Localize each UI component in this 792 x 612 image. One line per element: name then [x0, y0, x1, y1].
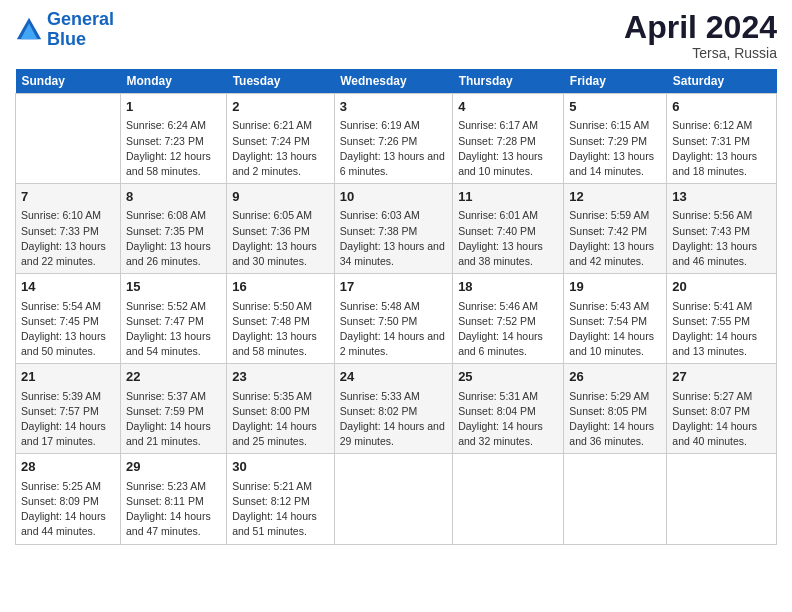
day-number: 9 [232, 188, 329, 206]
day-number: 13 [672, 188, 771, 206]
cell-2-5: 11Sunrise: 6:01 AMSunset: 7:40 PMDayligh… [453, 184, 564, 274]
week-row-1: 1Sunrise: 6:24 AMSunset: 7:23 PMDaylight… [16, 94, 777, 184]
logo-icon [15, 16, 43, 44]
day-number: 30 [232, 458, 329, 476]
cell-info: Sunrise: 5:33 AMSunset: 8:02 PMDaylight:… [340, 389, 447, 450]
cell-info: Sunrise: 5:35 AMSunset: 8:00 PMDaylight:… [232, 389, 329, 450]
cell-info: Sunrise: 6:19 AMSunset: 7:26 PMDaylight:… [340, 118, 447, 179]
cell-4-5: 25Sunrise: 5:31 AMSunset: 8:04 PMDayligh… [453, 364, 564, 454]
cell-5-6 [564, 454, 667, 544]
page-container: General Blue April 2024 Tersa, Russia Su… [0, 0, 792, 555]
cell-info: Sunrise: 5:54 AMSunset: 7:45 PMDaylight:… [21, 299, 115, 360]
cell-3-2: 15Sunrise: 5:52 AMSunset: 7:47 PMDayligh… [121, 274, 227, 364]
cell-info: Sunrise: 5:56 AMSunset: 7:43 PMDaylight:… [672, 208, 771, 269]
logo-text: General Blue [47, 10, 114, 50]
cell-4-1: 21Sunrise: 5:39 AMSunset: 7:57 PMDayligh… [16, 364, 121, 454]
cell-4-3: 23Sunrise: 5:35 AMSunset: 8:00 PMDayligh… [227, 364, 335, 454]
cell-info: Sunrise: 6:15 AMSunset: 7:29 PMDaylight:… [569, 118, 661, 179]
cell-1-2: 1Sunrise: 6:24 AMSunset: 7:23 PMDaylight… [121, 94, 227, 184]
cell-info: Sunrise: 5:43 AMSunset: 7:54 PMDaylight:… [569, 299, 661, 360]
day-number: 14 [21, 278, 115, 296]
day-number: 29 [126, 458, 221, 476]
day-number: 17 [340, 278, 447, 296]
cell-2-1: 7Sunrise: 6:10 AMSunset: 7:33 PMDaylight… [16, 184, 121, 274]
day-number: 10 [340, 188, 447, 206]
cell-1-3: 2Sunrise: 6:21 AMSunset: 7:24 PMDaylight… [227, 94, 335, 184]
day-number: 28 [21, 458, 115, 476]
cell-info: Sunrise: 5:46 AMSunset: 7:52 PMDaylight:… [458, 299, 558, 360]
cell-info: Sunrise: 6:03 AMSunset: 7:38 PMDaylight:… [340, 208, 447, 269]
cell-3-5: 18Sunrise: 5:46 AMSunset: 7:52 PMDayligh… [453, 274, 564, 364]
cell-2-6: 12Sunrise: 5:59 AMSunset: 7:42 PMDayligh… [564, 184, 667, 274]
col-saturday: Saturday [667, 69, 777, 94]
day-number: 7 [21, 188, 115, 206]
cell-info: Sunrise: 6:01 AMSunset: 7:40 PMDaylight:… [458, 208, 558, 269]
col-wednesday: Wednesday [334, 69, 452, 94]
day-number: 18 [458, 278, 558, 296]
cell-2-7: 13Sunrise: 5:56 AMSunset: 7:43 PMDayligh… [667, 184, 777, 274]
cell-3-7: 20Sunrise: 5:41 AMSunset: 7:55 PMDayligh… [667, 274, 777, 364]
logo-line1: General [47, 9, 114, 29]
header-row: Sunday Monday Tuesday Wednesday Thursday… [16, 69, 777, 94]
cell-info: Sunrise: 5:37 AMSunset: 7:59 PMDaylight:… [126, 389, 221, 450]
cell-info: Sunrise: 6:08 AMSunset: 7:35 PMDaylight:… [126, 208, 221, 269]
cell-5-4 [334, 454, 452, 544]
col-monday: Monday [121, 69, 227, 94]
cell-5-1: 28Sunrise: 5:25 AMSunset: 8:09 PMDayligh… [16, 454, 121, 544]
cell-info: Sunrise: 5:23 AMSunset: 8:11 PMDaylight:… [126, 479, 221, 540]
col-thursday: Thursday [453, 69, 564, 94]
cell-info: Sunrise: 5:31 AMSunset: 8:04 PMDaylight:… [458, 389, 558, 450]
day-number: 2 [232, 98, 329, 116]
cell-4-2: 22Sunrise: 5:37 AMSunset: 7:59 PMDayligh… [121, 364, 227, 454]
cell-5-5 [453, 454, 564, 544]
logo-line2: Blue [47, 29, 86, 49]
day-number: 3 [340, 98, 447, 116]
calendar-header: Sunday Monday Tuesday Wednesday Thursday… [16, 69, 777, 94]
page-title: April 2024 [624, 10, 777, 45]
day-number: 4 [458, 98, 558, 116]
cell-1-4: 3Sunrise: 6:19 AMSunset: 7:26 PMDaylight… [334, 94, 452, 184]
cell-info: Sunrise: 6:05 AMSunset: 7:36 PMDaylight:… [232, 208, 329, 269]
cell-info: Sunrise: 5:59 AMSunset: 7:42 PMDaylight:… [569, 208, 661, 269]
calendar-table: Sunday Monday Tuesday Wednesday Thursday… [15, 69, 777, 544]
cell-info: Sunrise: 5:21 AMSunset: 8:12 PMDaylight:… [232, 479, 329, 540]
calendar-body: 1Sunrise: 6:24 AMSunset: 7:23 PMDaylight… [16, 94, 777, 544]
cell-5-2: 29Sunrise: 5:23 AMSunset: 8:11 PMDayligh… [121, 454, 227, 544]
page-subtitle: Tersa, Russia [624, 45, 777, 61]
week-row-4: 21Sunrise: 5:39 AMSunset: 7:57 PMDayligh… [16, 364, 777, 454]
cell-3-4: 17Sunrise: 5:48 AMSunset: 7:50 PMDayligh… [334, 274, 452, 364]
day-number: 25 [458, 368, 558, 386]
day-number: 11 [458, 188, 558, 206]
cell-5-7 [667, 454, 777, 544]
week-row-2: 7Sunrise: 6:10 AMSunset: 7:33 PMDaylight… [16, 184, 777, 274]
day-number: 12 [569, 188, 661, 206]
week-row-3: 14Sunrise: 5:54 AMSunset: 7:45 PMDayligh… [16, 274, 777, 364]
col-friday: Friday [564, 69, 667, 94]
cell-info: Sunrise: 5:52 AMSunset: 7:47 PMDaylight:… [126, 299, 221, 360]
title-block: April 2024 Tersa, Russia [624, 10, 777, 61]
day-number: 26 [569, 368, 661, 386]
cell-1-5: 4Sunrise: 6:17 AMSunset: 7:28 PMDaylight… [453, 94, 564, 184]
day-number: 8 [126, 188, 221, 206]
cell-3-6: 19Sunrise: 5:43 AMSunset: 7:54 PMDayligh… [564, 274, 667, 364]
cell-info: Sunrise: 5:27 AMSunset: 8:07 PMDaylight:… [672, 389, 771, 450]
day-number: 15 [126, 278, 221, 296]
col-tuesday: Tuesday [227, 69, 335, 94]
cell-1-1 [16, 94, 121, 184]
cell-1-6: 5Sunrise: 6:15 AMSunset: 7:29 PMDaylight… [564, 94, 667, 184]
cell-info: Sunrise: 5:50 AMSunset: 7:48 PMDaylight:… [232, 299, 329, 360]
cell-2-4: 10Sunrise: 6:03 AMSunset: 7:38 PMDayligh… [334, 184, 452, 274]
day-number: 24 [340, 368, 447, 386]
day-number: 27 [672, 368, 771, 386]
cell-info: Sunrise: 5:29 AMSunset: 8:05 PMDaylight:… [569, 389, 661, 450]
logo: General Blue [15, 10, 114, 50]
cell-info: Sunrise: 6:21 AMSunset: 7:24 PMDaylight:… [232, 118, 329, 179]
cell-4-7: 27Sunrise: 5:27 AMSunset: 8:07 PMDayligh… [667, 364, 777, 454]
cell-5-3: 30Sunrise: 5:21 AMSunset: 8:12 PMDayligh… [227, 454, 335, 544]
day-number: 20 [672, 278, 771, 296]
day-number: 21 [21, 368, 115, 386]
cell-info: Sunrise: 6:10 AMSunset: 7:33 PMDaylight:… [21, 208, 115, 269]
day-number: 6 [672, 98, 771, 116]
day-number: 16 [232, 278, 329, 296]
cell-info: Sunrise: 5:25 AMSunset: 8:09 PMDaylight:… [21, 479, 115, 540]
